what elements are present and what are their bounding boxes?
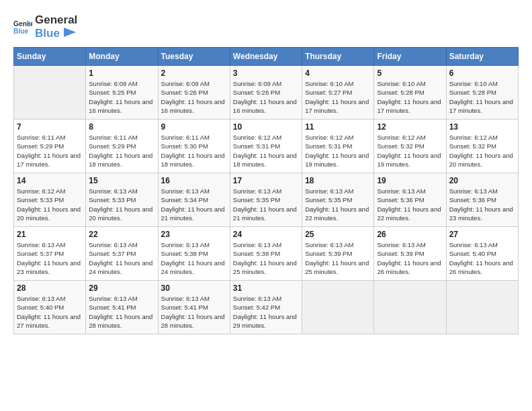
day-number: 8 [89,122,154,132]
day-info: Sunrise: 6:13 AMSunset: 5:41 PMDaylight:… [161,294,227,330]
day-info: Sunrise: 6:12 AMSunset: 5:31 PMDaylight:… [305,133,371,169]
week-row-4: 21Sunrise: 6:13 AMSunset: 5:37 PMDayligh… [14,227,519,281]
day-cell: 29Sunrise: 6:13 AMSunset: 5:41 PMDayligh… [86,281,158,334]
day-cell: 18Sunrise: 6:13 AMSunset: 5:35 PMDayligh… [302,173,374,227]
day-info: Sunrise: 6:09 AMSunset: 5:26 PMDaylight:… [233,79,299,115]
day-cell: 12Sunrise: 6:12 AMSunset: 5:32 PMDayligh… [374,120,446,173]
days-header-row: SundayMondayTuesdayWednesdayThursdayFrid… [14,48,519,66]
day-info: Sunrise: 6:11 AMSunset: 5:29 PMDaylight:… [17,133,83,169]
day-info: Sunrise: 6:10 AMSunset: 5:28 PMDaylight:… [449,79,515,115]
week-row-5: 28Sunrise: 6:13 AMSunset: 5:40 PMDayligh… [14,281,519,334]
day-info: Sunrise: 6:13 AMSunset: 5:40 PMDaylight:… [449,240,515,276]
day-info: Sunrise: 6:13 AMSunset: 5:39 PMDaylight:… [377,240,443,276]
day-info: Sunrise: 6:09 AMSunset: 5:25 PMDaylight:… [89,79,154,115]
day-info: Sunrise: 6:13 AMSunset: 5:40 PMDaylight:… [17,294,83,330]
day-info: Sunrise: 6:13 AMSunset: 5:37 PMDaylight:… [89,240,154,276]
day-number: 16 [161,176,227,185]
day-info: Sunrise: 6:12 AMSunset: 5:32 PMDaylight:… [449,133,515,169]
week-row-2: 7Sunrise: 6:11 AMSunset: 5:29 PMDaylight… [14,120,519,173]
day-info: Sunrise: 6:10 AMSunset: 5:27 PMDaylight:… [305,79,371,115]
header-sunday: Sunday [14,48,86,66]
day-cell: 8Sunrise: 6:11 AMSunset: 5:29 PMDaylight… [86,120,158,173]
day-number: 7 [17,122,83,132]
day-info: Sunrise: 6:12 AMSunset: 5:33 PMDaylight:… [17,187,83,222]
day-info: Sunrise: 6:09 AMSunset: 5:26 PMDaylight:… [161,79,227,115]
day-info: Sunrise: 6:13 AMSunset: 5:34 PMDaylight:… [161,187,227,222]
calendar-table: SundayMondayTuesdayWednesdayThursdayFrid… [13,47,519,334]
day-info: Sunrise: 6:11 AMSunset: 5:30 PMDaylight:… [161,133,227,169]
day-cell [446,281,518,334]
day-number: 28 [17,283,83,293]
day-info: Sunrise: 6:12 AMSunset: 5:31 PMDaylight:… [233,133,299,169]
day-cell: 26Sunrise: 6:13 AMSunset: 5:39 PMDayligh… [374,227,446,281]
day-cell: 14Sunrise: 6:12 AMSunset: 5:33 PMDayligh… [14,173,86,227]
header-thursday: Thursday [302,48,374,66]
day-cell: 17Sunrise: 6:13 AMSunset: 5:35 PMDayligh… [230,173,302,227]
logo-blue: Blue [35,27,60,40]
page-header: General Blue General Blue [13,13,519,40]
day-info: Sunrise: 6:12 AMSunset: 5:32 PMDaylight:… [377,133,443,169]
header-wednesday: Wednesday [230,48,302,66]
day-number: 11 [305,122,371,132]
day-number: 27 [449,230,515,239]
logo-icon: General Blue [13,17,32,36]
logo: General Blue General Blue [13,13,77,40]
day-number: 3 [233,68,299,78]
day-info: Sunrise: 6:13 AMSunset: 5:39 PMDaylight:… [305,240,371,276]
day-cell: 6Sunrise: 6:10 AMSunset: 5:28 PMDaylight… [446,66,518,120]
day-info: Sunrise: 6:13 AMSunset: 5:37 PMDaylight:… [17,240,83,276]
day-cell: 31Sunrise: 6:13 AMSunset: 5:42 PMDayligh… [230,281,302,334]
day-number: 5 [377,68,443,78]
header-friday: Friday [374,48,446,66]
day-cell: 13Sunrise: 6:12 AMSunset: 5:32 PMDayligh… [446,120,518,173]
day-number: 22 [89,230,154,239]
day-number: 25 [305,230,371,239]
svg-marker-3 [64,28,76,37]
day-number: 9 [161,122,227,132]
week-row-1: 1Sunrise: 6:09 AMSunset: 5:25 PMDaylight… [14,66,519,120]
day-cell: 3Sunrise: 6:09 AMSunset: 5:26 PMDaylight… [230,66,302,120]
day-number: 23 [161,230,227,239]
day-number: 24 [233,230,299,239]
day-cell [14,66,86,120]
day-number: 20 [449,176,515,185]
day-cell: 28Sunrise: 6:13 AMSunset: 5:40 PMDayligh… [14,281,86,334]
week-row-3: 14Sunrise: 6:12 AMSunset: 5:33 PMDayligh… [14,173,519,227]
day-number: 31 [233,283,299,293]
day-info: Sunrise: 6:11 AMSunset: 5:29 PMDaylight:… [89,133,154,169]
day-cell: 24Sunrise: 6:13 AMSunset: 5:38 PMDayligh… [230,227,302,281]
day-cell: 19Sunrise: 6:13 AMSunset: 5:36 PMDayligh… [374,173,446,227]
day-number: 19 [377,176,443,185]
day-number: 12 [377,122,443,132]
day-cell: 27Sunrise: 6:13 AMSunset: 5:40 PMDayligh… [446,227,518,281]
day-info: Sunrise: 6:13 AMSunset: 5:42 PMDaylight:… [233,294,299,330]
day-cell: 15Sunrise: 6:13 AMSunset: 5:33 PMDayligh… [86,173,158,227]
day-number: 30 [161,283,227,293]
day-number: 6 [449,68,515,78]
svg-text:Blue: Blue [13,28,29,35]
day-cell: 30Sunrise: 6:13 AMSunset: 5:41 PMDayligh… [158,281,230,334]
header-tuesday: Tuesday [158,48,230,66]
day-cell: 10Sunrise: 6:12 AMSunset: 5:31 PMDayligh… [230,120,302,173]
day-info: Sunrise: 6:13 AMSunset: 5:36 PMDaylight:… [377,187,443,222]
day-number: 2 [161,68,227,78]
day-number: 26 [377,230,443,239]
day-cell: 23Sunrise: 6:13 AMSunset: 5:38 PMDayligh… [158,227,230,281]
day-cell: 2Sunrise: 6:09 AMSunset: 5:26 PMDaylight… [158,66,230,120]
day-info: Sunrise: 6:10 AMSunset: 5:28 PMDaylight:… [377,79,443,115]
day-cell: 11Sunrise: 6:12 AMSunset: 5:31 PMDayligh… [302,120,374,173]
day-cell: 7Sunrise: 6:11 AMSunset: 5:29 PMDaylight… [14,120,86,173]
day-number: 17 [233,176,299,185]
day-cell: 16Sunrise: 6:13 AMSunset: 5:34 PMDayligh… [158,173,230,227]
day-number: 18 [305,176,371,185]
day-cell: 21Sunrise: 6:13 AMSunset: 5:37 PMDayligh… [14,227,86,281]
day-cell: 1Sunrise: 6:09 AMSunset: 5:25 PMDaylight… [86,66,158,120]
day-cell: 22Sunrise: 6:13 AMSunset: 5:37 PMDayligh… [86,227,158,281]
day-cell: 20Sunrise: 6:13 AMSunset: 5:36 PMDayligh… [446,173,518,227]
day-cell: 25Sunrise: 6:13 AMSunset: 5:39 PMDayligh… [302,227,374,281]
day-cell: 4Sunrise: 6:10 AMSunset: 5:27 PMDaylight… [302,66,374,120]
day-info: Sunrise: 6:13 AMSunset: 5:41 PMDaylight:… [89,294,154,330]
day-number: 10 [233,122,299,132]
day-number: 14 [17,176,83,185]
logo-arrow [64,28,76,40]
